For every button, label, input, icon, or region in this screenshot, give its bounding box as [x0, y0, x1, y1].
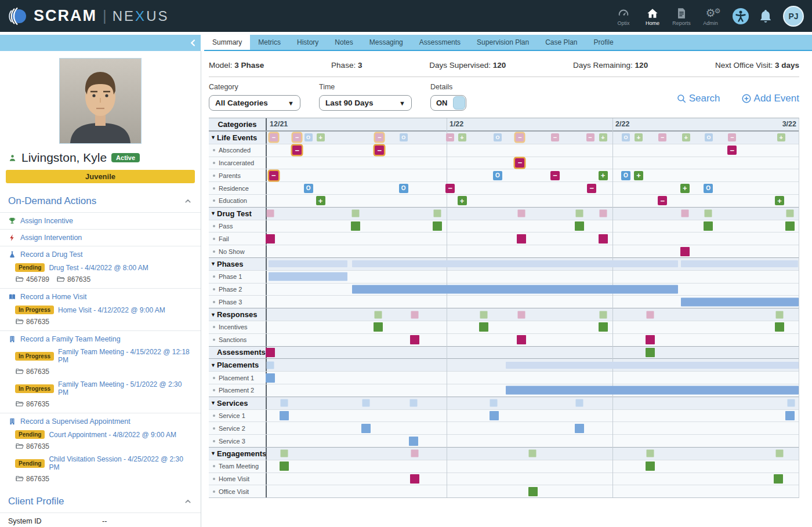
timeline-marker-square[interactable] [528, 450, 536, 457]
on-demand-actions-header[interactable]: On-Demand Actions [0, 186, 201, 212]
timeline-marker-square[interactable] [785, 411, 795, 420]
case-file[interactable]: 867635 [56, 275, 90, 284]
action-link-assign-incentive[interactable]: Assign Incentive [8, 217, 193, 225]
case-file[interactable]: 867635 [15, 317, 49, 326]
timeline-bar[interactable] [269, 272, 348, 281]
timeline-marker-square[interactable] [647, 311, 654, 318]
timeline-marker-plus[interactable]: + [317, 133, 325, 141]
timeline-bar[interactable] [681, 297, 799, 306]
timeline-marker-square[interactable] [599, 322, 608, 332]
timeline-marker-plus[interactable]: + [634, 171, 643, 180]
timeline-marker-square[interactable] [646, 335, 655, 344]
timeline-marker-square[interactable] [362, 399, 370, 407]
nav-item-home[interactable]: Home [639, 6, 666, 26]
timeline-marker-plus[interactable]: + [458, 133, 466, 141]
timeline-marker-minus[interactable]: − [586, 133, 594, 141]
case-file[interactable]: 867635 [15, 474, 49, 483]
timeline-marker-square[interactable] [518, 311, 525, 318]
timeline-marker-square[interactable] [646, 348, 655, 357]
add-event-button[interactable]: Add Event [741, 93, 799, 104]
timeline-marker-o[interactable]: O [622, 133, 630, 141]
timeline-marker-o[interactable]: O [494, 133, 502, 141]
tab-history[interactable]: History [289, 35, 327, 50]
timeline-marker-square[interactable] [600, 210, 607, 217]
timeline-marker-square[interactable] [490, 411, 499, 420]
timeline-marker-square[interactable] [575, 424, 584, 433]
timeline-marker-minus[interactable]: − [445, 184, 455, 193]
event-link[interactable]: Drug Test - 4/4/2022 @ 8:00 AM [49, 264, 148, 272]
case-file[interactable]: 456789 [15, 275, 49, 284]
timeline-marker-square[interactable] [280, 461, 289, 471]
collapse-triangle-icon[interactable]: ▼ [211, 362, 217, 368]
timeline-bar[interactable] [681, 260, 798, 267]
timeline-marker-minus[interactable]: − [270, 133, 278, 141]
timeline-marker-square[interactable] [705, 210, 712, 217]
timeline-marker-minus[interactable]: − [515, 158, 524, 168]
timeline-marker-square[interactable] [528, 487, 538, 496]
collapse-triangle-icon[interactable]: ▼ [211, 450, 217, 456]
timeline-marker-square[interactable] [281, 450, 288, 457]
timeline-marker-minus[interactable]: − [658, 133, 666, 141]
timeline-marker-square[interactable] [774, 474, 783, 484]
timeline-marker-square[interactable] [409, 437, 418, 446]
timeline-marker-minus[interactable]: − [375, 133, 383, 141]
action-link-record-a-family-team-meeting[interactable]: Record a Family Team Meeting [8, 335, 193, 343]
category-select[interactable]: All Categories ▼ [209, 95, 300, 111]
timeline-marker-square[interactable] [775, 311, 783, 318]
client-profile-header[interactable]: Client Profile [0, 488, 201, 513]
timeline-marker-o[interactable]: O [400, 133, 408, 141]
timeline-marker-square[interactable] [480, 311, 488, 318]
tab-notes[interactable]: Notes [327, 35, 361, 50]
timeline-marker-o[interactable]: O [705, 133, 713, 141]
timeline-marker-plus[interactable]: + [682, 133, 690, 141]
timeline-marker-square[interactable] [786, 210, 794, 217]
timeline-marker-minus[interactable]: − [293, 133, 301, 141]
timeline-marker-minus[interactable]: − [727, 146, 737, 155]
timeline-marker-o[interactable]: O [304, 184, 313, 193]
search-button[interactable]: Search [676, 93, 720, 104]
timeline-marker-square[interactable] [267, 361, 274, 369]
timeline-marker-o[interactable]: O [493, 171, 502, 180]
timeline-marker-square[interactable] [599, 234, 608, 243]
event-link[interactable]: Court Appointment - 4/8/2022 @ 9:00 AM [49, 431, 176, 439]
nav-item-optix[interactable]: Optix [610, 6, 637, 26]
action-link-record-a-drug-test[interactable]: Record a Drug Test [8, 250, 193, 259]
collapse-sidebar-icon[interactable] [188, 38, 198, 48]
timeline-marker-o[interactable]: O [704, 184, 713, 193]
action-link-assign-intervention[interactable]: Assign Intervention [8, 234, 193, 242]
time-select[interactable]: Last 90 Days ▼ [319, 95, 412, 111]
timeline-marker-square[interactable] [280, 411, 289, 420]
timeline-marker-minus[interactable]: − [375, 146, 384, 155]
timeline-marker-o[interactable]: O [399, 184, 408, 193]
timeline-marker-square[interactable] [576, 399, 583, 407]
timeline-marker-plus[interactable]: + [599, 171, 608, 180]
timeline-marker-square[interactable] [576, 210, 583, 217]
timeline-marker-square[interactable] [785, 221, 795, 231]
timeline-marker-square[interactable] [680, 247, 690, 256]
tab-metrics[interactable]: Metrics [250, 35, 289, 50]
timeline-marker-square[interactable] [517, 335, 526, 344]
timeline-marker-plus[interactable]: + [777, 133, 785, 141]
action-link-record-a-home-visit[interactable]: Record a Home Visit [8, 293, 193, 301]
timeline-marker-square[interactable] [434, 210, 441, 217]
timeline-marker-minus[interactable]: − [587, 184, 596, 193]
timeline-marker-minus[interactable]: − [446, 133, 454, 141]
timeline-marker-square[interactable] [266, 373, 275, 383]
timeline-marker-square[interactable] [433, 221, 442, 231]
timeline-marker-o[interactable]: O [304, 133, 313, 141]
timeline-marker-square[interactable] [352, 210, 360, 217]
timeline-bar[interactable] [269, 260, 348, 267]
timeline-marker-minus[interactable]: − [269, 171, 278, 180]
timeline-marker-square[interactable] [266, 234, 275, 243]
action-link-record-a-supervised-appointment[interactable]: Record a Supervised Appointment [8, 417, 193, 426]
nav-item-admin[interactable]: ⚙⚙Admin [697, 6, 724, 26]
tab-supervision-plan[interactable]: Supervision Plan [469, 35, 537, 50]
timeline-marker-o[interactable]: O [621, 171, 630, 180]
timeline-bar[interactable] [352, 260, 678, 267]
tab-messaging[interactable]: Messaging [361, 35, 411, 50]
notifications-bell-icon[interactable] [757, 8, 774, 24]
timeline-marker-plus[interactable]: + [316, 196, 325, 205]
timeline-marker-minus[interactable]: − [728, 133, 736, 141]
timeline-marker-square[interactable] [410, 335, 419, 344]
timeline-marker-square[interactable] [411, 311, 418, 318]
